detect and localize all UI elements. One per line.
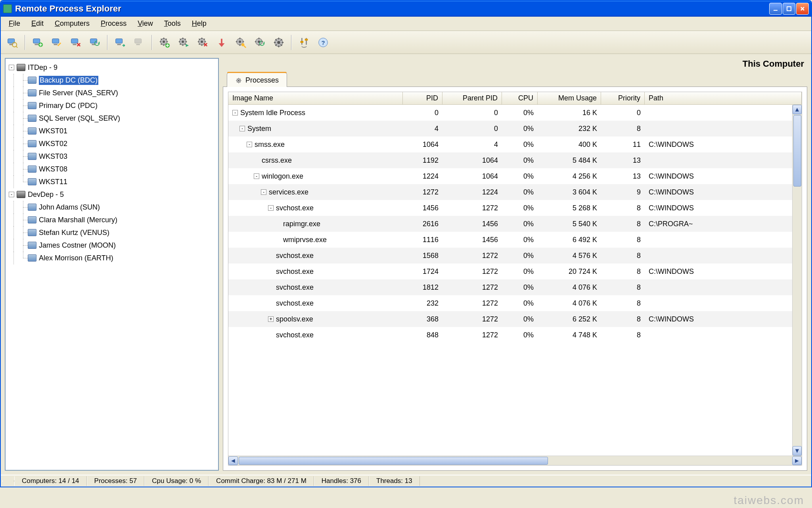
tree-item[interactable]: WKST02 (6, 137, 217, 150)
tree-toggle-icon[interactable]: + (268, 316, 274, 322)
tree-item[interactable]: Primary DC (PDC) (6, 99, 217, 112)
title-bar[interactable]: Remote Process Explorer (1, 1, 811, 17)
process-pid: 1192 (403, 155, 442, 166)
col-parent-pid[interactable]: Parent PID (442, 92, 502, 104)
tb-edit-computer-icon[interactable] (48, 35, 65, 50)
column-headers[interactable]: Image Name PID Parent PID CPU Mem Usage … (228, 92, 802, 105)
process-pid: 2616 (403, 218, 442, 230)
tree-item[interactable]: James Costner (MOON) (6, 239, 217, 252)
scroll-down-icon[interactable]: ▼ (793, 446, 802, 456)
svg-rect-8 (52, 38, 59, 43)
process-row[interactable]: -smss.exe 1064 4 0% 400 K 11 C:\WINDOWS (228, 137, 792, 152)
menu-help[interactable]: Help (186, 18, 212, 29)
tree-group[interactable]: -DevDep - 5 (6, 188, 217, 201)
process-row[interactable]: wmiprvse.exe 1116 1456 0% 6 492 K 8 (228, 232, 792, 248)
col-pid[interactable]: PID (403, 92, 442, 104)
process-row[interactable]: svchost.exe 1812 1272 0% 4 076 K 8 (228, 279, 792, 295)
process-ppid: 1272 (442, 314, 502, 325)
tb-process-properties-icon[interactable] (270, 35, 287, 50)
process-row[interactable]: svchost.exe 1724 1272 0% 20 724 K 8 C:\W… (228, 264, 792, 279)
tb-remove-computer-icon[interactable] (67, 35, 84, 50)
tree-toggle-icon[interactable]: - (254, 173, 259, 179)
horizontal-scrollbar[interactable]: ◄ ► (228, 456, 802, 465)
tree-item[interactable]: Backup DC (BDC) (6, 74, 217, 87)
tb-process-kill-icon[interactable] (194, 35, 211, 50)
tree-item[interactable]: File Server (NAS_SERV) (6, 87, 217, 99)
process-name: wmiprvse.exe (283, 236, 327, 244)
menu-view[interactable]: View (132, 18, 159, 29)
tb-options-icon[interactable] (296, 35, 312, 50)
process-pid: 1456 (403, 202, 442, 214)
tree-toggle-icon[interactable]: - (247, 142, 252, 147)
process-path: C:\WINDOWS (645, 314, 792, 325)
process-row[interactable]: svchost.exe 1568 1272 0% 4 576 K 8 (228, 248, 792, 264)
tree-toggle-icon[interactable]: - (268, 205, 274, 211)
tb-process-run-icon[interactable] (175, 35, 192, 50)
tree-group[interactable]: -ITDep - 9 (6, 61, 217, 74)
tab-processes[interactable]: Processes (227, 73, 287, 87)
collapse-icon[interactable]: - (9, 65, 14, 70)
process-row[interactable]: -System 4 0 0% 232 K 8 (228, 121, 792, 137)
menu-edit[interactable]: Edit (26, 18, 49, 29)
tree-item[interactable]: Alex Morrison (EARTH) (6, 252, 217, 264)
tree-item[interactable]: WKST01 (6, 125, 217, 137)
tb-process-refresh-icon[interactable] (251, 35, 268, 50)
process-mem: 16 K (538, 107, 601, 119)
col-mem-usage[interactable]: Mem Usage (538, 92, 601, 104)
tb-disconnect-icon[interactable] (131, 35, 147, 50)
col-priority[interactable]: Priority (601, 92, 645, 104)
process-name: svchost.exe (276, 283, 314, 292)
process-row[interactable]: -winlogon.exe 1224 1064 0% 4 256 K 13 C:… (228, 168, 792, 184)
collapse-icon[interactable]: - (9, 192, 14, 197)
tb-find-computer-icon[interactable] (4, 35, 21, 50)
scroll-up-icon[interactable]: ▲ (793, 105, 802, 114)
tree-item[interactable]: WKST03 (6, 150, 217, 163)
tree-item[interactable]: Stefan Kurtz (VENUS) (6, 226, 217, 239)
process-path (645, 238, 792, 241)
col-cpu[interactable]: CPU (502, 92, 538, 104)
col-image-name[interactable]: Image Name (228, 92, 403, 104)
svg-point-31 (277, 41, 280, 44)
tree-item[interactable]: Clara Marshall (Mercury) (6, 214, 217, 226)
menu-tools[interactable]: Tools (159, 18, 186, 29)
tb-process-key-icon[interactable] (232, 35, 249, 50)
menu-file[interactable]: File (3, 18, 26, 29)
tb-add-computer-icon[interactable] (29, 35, 46, 50)
process-priority: 8 (601, 282, 645, 293)
process-row[interactable]: svchost.exe 232 1272 0% 4 076 K 8 (228, 295, 792, 311)
tree-item[interactable]: WKST11 (6, 175, 217, 188)
maximize-button[interactable] (783, 3, 795, 15)
tree-item[interactable]: SQL Server (SQL_SERV) (6, 112, 217, 125)
scroll-left-icon[interactable]: ◄ (228, 456, 238, 465)
scroll-thumb[interactable] (239, 457, 548, 465)
process-grid[interactable]: -System Idle Process 0 0 0% 16 K 0 -Syst… (228, 105, 792, 456)
tb-connect-icon[interactable] (112, 35, 128, 50)
vertical-scrollbar[interactable]: ▲ ▼ (792, 105, 802, 456)
minimize-button[interactable] (769, 3, 782, 15)
process-priority: 8 (601, 250, 645, 262)
computer-tree[interactable]: -ITDep - 9Backup DC (BDC)File Server (NA… (5, 58, 219, 471)
tb-priority-down-icon[interactable] (213, 35, 230, 50)
tree-toggle-icon[interactable]: - (232, 110, 238, 115)
process-row[interactable]: rapimgr.exe 2616 1456 0% 5 540 K 8 C:\PR… (228, 216, 792, 232)
process-row[interactable]: -services.exe 1272 1224 0% 3 604 K 9 C:\… (228, 184, 792, 200)
tree-toggle-icon[interactable]: - (239, 126, 245, 131)
tb-help-icon[interactable]: ? (315, 35, 331, 50)
tree-item[interactable]: WKST08 (6, 163, 217, 175)
col-path[interactable]: Path (645, 92, 802, 104)
process-row[interactable]: csrss.exe 1192 1064 0% 5 484 K 13 (228, 152, 792, 168)
scroll-right-icon[interactable]: ► (792, 456, 802, 465)
process-row[interactable]: -svchost.exe 1456 1272 0% 5 268 K 8 C:\W… (228, 200, 792, 216)
menu-process[interactable]: Process (95, 18, 132, 29)
close-button[interactable] (796, 3, 809, 15)
tree-item[interactable]: John Adams (SUN) (6, 201, 217, 214)
process-path: C:\WINDOWS (645, 266, 792, 277)
tb-process-new-icon[interactable] (156, 35, 173, 50)
process-row[interactable]: -System Idle Process 0 0 0% 16 K 0 (228, 105, 792, 121)
scroll-thumb[interactable] (793, 115, 801, 187)
process-row[interactable]: +spoolsv.exe 368 1272 0% 6 252 K 8 C:\WI… (228, 311, 792, 327)
process-row[interactable]: svchost.exe 848 1272 0% 4 748 K 8 (228, 327, 792, 343)
tb-refresh-computers-icon[interactable] (86, 35, 103, 50)
menu-computers[interactable]: Computers (49, 18, 95, 29)
tree-toggle-icon[interactable]: - (261, 189, 266, 195)
